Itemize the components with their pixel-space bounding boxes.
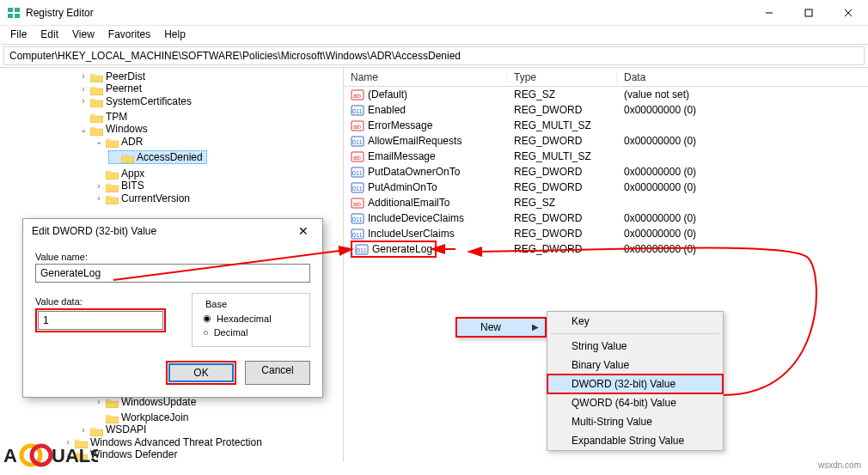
tree-label: Windows (106, 123, 148, 135)
context-item[interactable]: DWORD (32-bit) Value (547, 375, 723, 393)
tree-item[interactable]: ›BITS (93, 180, 146, 192)
col-name[interactable]: Name (344, 71, 507, 83)
menu-edit[interactable]: Edit (35, 27, 64, 42)
value-name: AdditionalEmailTo (368, 197, 449, 209)
svg-rect-3 (15, 14, 20, 18)
folder-icon (121, 152, 134, 162)
tree-item[interactable]: ›Peernet (77, 82, 144, 94)
cancel-button[interactable]: Cancel (245, 361, 310, 385)
value-data-label: Value data: (35, 296, 166, 307)
value-row[interactable]: 011IncludeUserClaimsREG_DWORD0x00000000 … (344, 226, 868, 241)
expand-icon[interactable]: › (95, 193, 103, 203)
tree-item[interactable]: ⌄ADR (93, 136, 144, 148)
value-type: REG_DWORD (507, 104, 617, 116)
tree-item[interactable]: ›CurrentVersion (93, 192, 192, 204)
dialog-close-button[interactable]: ✕ (293, 224, 314, 238)
value-name-label: Value name: (35, 252, 310, 262)
context-item[interactable]: Expandable String Value (547, 431, 723, 450)
value-row[interactable]: ab(Default)REG_SZ(value not set) (344, 87, 868, 102)
string-value-icon: ab (351, 149, 364, 163)
expand-icon[interactable]: › (95, 181, 103, 191)
context-item[interactable]: Key (547, 312, 723, 331)
value-row[interactable]: abAdditionalEmailToREG_SZ (344, 195, 868, 210)
value-row[interactable]: 011PutDataOwnerOnToREG_DWORD0x00000000 (… (344, 164, 868, 180)
value-row[interactable]: 011AllowEmailRequestsREG_DWORD0x00000000… (344, 133, 868, 149)
folder-icon (106, 168, 119, 179)
app-icon (7, 6, 21, 20)
tree-label: BITS (121, 180, 144, 192)
context-submenu: KeyString ValueBinary ValueDWORD (32-bit… (547, 311, 724, 451)
binary-value-icon: 011 (351, 134, 364, 148)
expand-icon[interactable]: › (79, 96, 88, 106)
value-name-input[interactable] (35, 264, 310, 283)
tree-item[interactable]: Appx (93, 167, 146, 180)
list-header: Name Type Data (344, 68, 868, 87)
value-row[interactable]: 011GenerateLogREG_DWORD0x00000000 (0) (344, 241, 868, 257)
value-name: AllowEmailRequests (368, 135, 462, 147)
value-name: (Default) (368, 88, 407, 100)
menu-favorites[interactable]: Favorites (103, 27, 156, 42)
menu-view[interactable]: View (67, 27, 100, 42)
col-type[interactable]: Type (507, 71, 617, 83)
svg-text:011: 011 (352, 186, 363, 192)
tree-label: CurrentVersion (121, 192, 190, 204)
folder-icon (106, 180, 119, 191)
binary-value-icon: 011 (351, 103, 364, 117)
value-data: 0x00000000 (0) (617, 135, 868, 147)
svg-text:011: 011 (352, 216, 363, 222)
value-row[interactable]: abEmailMessageREG_MULTI_SZ (344, 149, 868, 164)
expand-icon[interactable]: › (79, 84, 88, 94)
close-button[interactable] (828, 0, 868, 26)
tree-item[interactable]: ⌄Windows (77, 123, 150, 135)
value-data: 0x00000000 (0) (617, 181, 868, 193)
value-type: REG_DWORD (507, 135, 617, 147)
context-item[interactable]: Binary Value (547, 356, 723, 375)
radio-empty-icon: ○ (203, 327, 209, 338)
address-bar[interactable]: Computer\HKEY_LOCAL_MACHINE\SOFTWARE\Pol… (3, 46, 865, 65)
svg-text:011: 011 (352, 170, 363, 176)
context-item[interactable]: QWORD (64-bit) Value (547, 393, 723, 412)
context-new[interactable]: New ▶ (456, 318, 546, 337)
binary-value-icon: 011 (351, 227, 364, 241)
string-value-icon: ab (351, 88, 364, 101)
tree-item[interactable]: ›SystemCertificates (77, 95, 193, 107)
expand-icon[interactable]: › (79, 425, 88, 435)
value-name: Enabled (368, 104, 406, 116)
radio-hex[interactable]: ◉ Hexadecimal (203, 313, 299, 324)
base-legend: Base (203, 299, 229, 309)
tree-item[interactable]: TPM (77, 111, 129, 123)
value-row[interactable]: 011IncludeDeviceClaimsREG_DWORD0x0000000… (344, 210, 868, 226)
menu-help[interactable]: Help (159, 27, 191, 42)
tree-item[interactable]: WorkplaceJoin (93, 411, 190, 423)
collapse-icon[interactable]: ⌄ (95, 137, 103, 146)
titlebar: Registry Editor (0, 0, 868, 26)
tree-label: TPM (106, 111, 127, 123)
tree-label: Peernet (106, 82, 142, 94)
value-data: 0x00000000 (0) (617, 166, 868, 178)
tree-item[interactable]: AccessDenied (108, 150, 207, 164)
value-data-input[interactable] (38, 311, 163, 330)
expand-icon[interactable]: › (95, 397, 103, 406)
col-data[interactable]: Data (617, 71, 868, 83)
value-row[interactable]: abErrorMessageREG_MULTI_SZ (344, 118, 868, 133)
value-row[interactable]: 011EnabledREG_DWORD0x00000000 (0) (344, 102, 868, 118)
value-type: REG_DWORD (507, 228, 617, 240)
svg-text:ab: ab (353, 123, 361, 131)
svg-text:011: 011 (352, 108, 363, 114)
ok-button[interactable]: OK (168, 363, 234, 382)
value-data: 0x00000000 (0) (617, 243, 868, 255)
context-item[interactable]: Multi-String Value (547, 412, 723, 431)
maximize-button[interactable] (789, 0, 828, 26)
value-type: REG_MULTI_SZ (507, 150, 617, 162)
radio-dec[interactable]: ○ Decimal (203, 327, 299, 338)
minimize-button[interactable] (749, 0, 789, 26)
tree-label: WorkplaceJoin (121, 411, 188, 423)
menu-file[interactable]: File (5, 27, 32, 42)
collapse-icon[interactable]: ⌄ (79, 125, 88, 134)
expand-icon[interactable]: › (79, 71, 88, 81)
tree-item[interactable]: ›PeerDist (77, 70, 147, 82)
folder-icon (90, 424, 103, 435)
context-item[interactable]: String Value (547, 337, 723, 356)
value-row[interactable]: 011PutAdminOnToREG_DWORD0x00000000 (0) (344, 180, 868, 195)
tree-item[interactable]: ›WSDAPI (77, 423, 148, 435)
